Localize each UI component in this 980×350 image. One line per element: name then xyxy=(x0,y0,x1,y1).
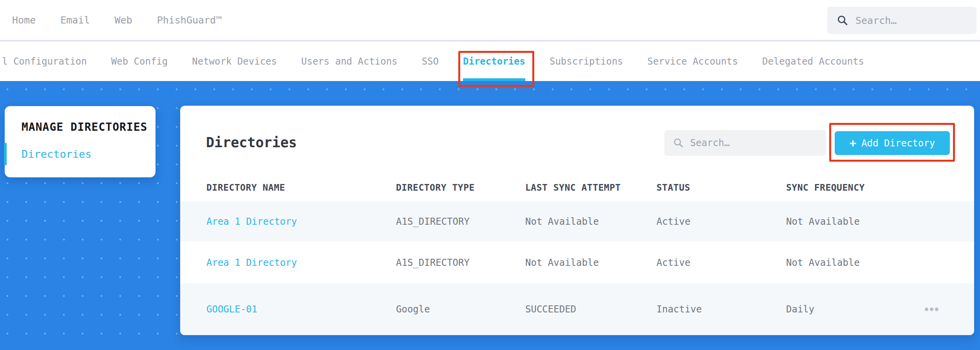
tab-users-and-actions[interactable]: Users and Actions xyxy=(301,41,398,81)
tab-delegated-accounts[interactable]: Delegated Accounts xyxy=(762,41,864,81)
last-sync-value: SUCCEEDED xyxy=(525,304,576,315)
tab-directories-label: Directories xyxy=(463,56,525,67)
col-directory-name: DIRECTORY NAME xyxy=(206,182,285,193)
tab-sso[interactable]: SSO xyxy=(422,41,439,81)
section-tabs: l Configuration Web Config Network Devic… xyxy=(2,41,864,81)
table-row: Area 1 Directory A1S_DIRECTORY Not Avail… xyxy=(180,242,974,283)
plus-icon: + xyxy=(850,137,856,149)
tab-email-configuration[interactable]: l Configuration xyxy=(2,41,87,81)
row-actions-menu-icon[interactable] xyxy=(922,305,941,314)
add-directory-button[interactable]: + Add Directory xyxy=(835,131,950,155)
directory-name-link[interactable]: Area 1 Directory xyxy=(206,216,297,227)
status-value: Inactive xyxy=(656,304,702,315)
tab-network-devices[interactable]: Network Devices xyxy=(192,41,277,81)
sync-frequency-value: Daily xyxy=(786,304,814,315)
nav-email[interactable]: Email xyxy=(60,14,90,26)
global-search[interactable] xyxy=(827,7,976,34)
primary-nav: Home Email Web PhishGuard™ xyxy=(12,0,222,40)
status-value: Active xyxy=(656,257,691,268)
table-search-input[interactable] xyxy=(690,137,826,148)
dot xyxy=(930,308,933,311)
dot xyxy=(935,308,938,311)
table-row: GOOGLE-01 Google SUCCEEDED Inactive Dail… xyxy=(180,283,974,335)
tab-web-config[interactable]: Web Config xyxy=(111,41,168,81)
nav-phishguard[interactable]: PhishGuard™ xyxy=(157,14,222,26)
sync-frequency-value: Not Available xyxy=(786,216,860,227)
search-icon xyxy=(673,137,684,148)
content-background: MANAGE DIRECTORIES Directories Directori… xyxy=(0,81,980,350)
app: Home Email Web PhishGuard™ l Configurati… xyxy=(0,0,980,350)
directory-name-link[interactable]: Area 1 Directory xyxy=(206,257,297,268)
manage-directories-card: MANAGE DIRECTORIES Directories xyxy=(5,106,155,177)
sidebar-item-directories[interactable]: Directories xyxy=(22,148,92,160)
col-sync-frequency: SYNC FREQUENCY xyxy=(786,182,865,193)
dot xyxy=(925,308,928,311)
status-value: Active xyxy=(656,216,691,227)
last-sync-value: Not Available xyxy=(525,216,599,227)
page-title: Directories xyxy=(206,135,297,150)
tab-directories[interactable]: Directories xyxy=(463,41,525,81)
add-directory-label: Add Directory xyxy=(861,138,935,149)
directory-type-value: Google xyxy=(396,304,430,315)
table-header: DIRECTORY NAME DIRECTORY TYPE LAST SYNC … xyxy=(180,182,974,194)
active-tab-underline xyxy=(463,78,525,81)
tab-service-accounts[interactable]: Service Accounts xyxy=(647,41,738,81)
table-row: Area 1 Directory A1S_DIRECTORY Not Avail… xyxy=(180,201,974,242)
col-status: STATUS xyxy=(656,182,690,193)
nav-home[interactable]: Home xyxy=(12,14,36,26)
table-search[interactable] xyxy=(664,130,826,156)
sidebar-title: MANAGE DIRECTORIES xyxy=(22,121,147,134)
search-icon xyxy=(837,14,848,26)
global-search-input[interactable] xyxy=(855,15,976,26)
sync-frequency-value: Not Available xyxy=(786,257,860,268)
col-directory-type: DIRECTORY TYPE xyxy=(396,182,475,193)
last-sync-value: Not Available xyxy=(525,257,599,268)
directory-name-link[interactable]: GOOGLE-01 xyxy=(206,304,257,315)
active-item-bar xyxy=(4,143,7,165)
top-nav: Home Email Web PhishGuard™ xyxy=(0,0,980,40)
directories-card: Directories + Add Directory DIRECTORY NA… xyxy=(180,106,974,335)
nav-web[interactable]: Web xyxy=(114,14,132,26)
directory-type-value: A1S_DIRECTORY xyxy=(396,216,470,227)
directory-type-value: A1S_DIRECTORY xyxy=(396,257,470,268)
tab-subscriptions[interactable]: Subscriptions xyxy=(550,41,623,81)
col-last-sync-attempt: LAST SYNC ATTEMPT xyxy=(525,182,621,193)
